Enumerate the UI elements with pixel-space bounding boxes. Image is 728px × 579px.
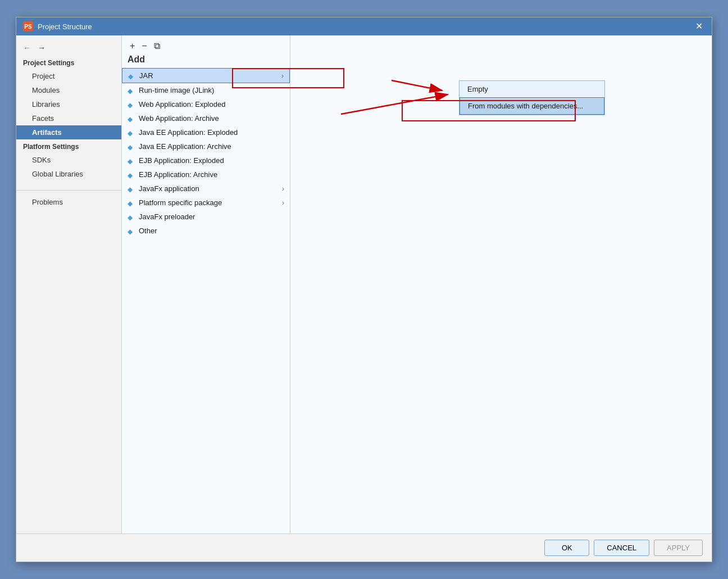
add-section-title: Add xyxy=(122,55,290,68)
menu-item-ejb-exploded[interactable]: EJB Application: Exploded xyxy=(122,153,290,168)
apply-button[interactable]: APPLY xyxy=(654,540,703,556)
menu-item-other[interactable]: Other xyxy=(122,224,290,238)
javafx-app-icon xyxy=(128,185,135,193)
menu-item-jar[interactable]: JAR › xyxy=(122,68,290,83)
remove-artifact-button[interactable]: − xyxy=(139,40,149,52)
sidebar-item-sdks[interactable]: SDKs xyxy=(16,153,121,167)
jar-icon xyxy=(128,72,136,80)
ejb-archive-label: EJB Application: Archive xyxy=(139,170,284,179)
javaee-archive-icon xyxy=(128,143,135,151)
sidebar-item-facets[interactable]: Facets xyxy=(16,111,121,125)
sidebar-item-artifacts[interactable]: Artifacts xyxy=(16,125,121,139)
bottom-bar: OK CANCEL APPLY xyxy=(16,533,712,562)
sidebar-item-libraries[interactable]: Libraries xyxy=(16,97,121,111)
other-icon xyxy=(128,227,135,235)
menu-item-javafx-preloader[interactable]: JavaFx preloader xyxy=(122,210,290,224)
runtime-image-label: Run-time image (JLink) xyxy=(139,86,284,94)
svg-line-2 xyxy=(392,80,442,91)
project-structure-dialog: PS Project Structure ✕ ← → Project Setti… xyxy=(16,17,712,562)
problems-section: Problems xyxy=(16,190,121,209)
menu-item-javaee-archive[interactable]: Java EE Application: Archive xyxy=(122,139,290,153)
jar-label: JAR xyxy=(139,71,278,80)
submenu-item-empty[interactable]: Empty xyxy=(459,81,604,97)
content-area: + − ⧉ Add JAR › Run xyxy=(122,35,712,533)
project-settings-title: Project Settings xyxy=(16,56,121,69)
web-app-exploded-label: Web Application: Exploded xyxy=(139,100,284,108)
web-app-archive-icon xyxy=(128,115,135,123)
sidebar-item-modules[interactable]: Modules xyxy=(16,83,121,97)
submenu-item-from-modules[interactable]: From modules with dependencies... xyxy=(459,97,604,115)
jar-arrow: › xyxy=(281,72,284,80)
menu-item-runtime-image[interactable]: Run-time image (JLink) xyxy=(122,83,290,97)
javafx-app-arrow: › xyxy=(282,185,284,193)
add-artifact-button[interactable]: + xyxy=(128,40,137,52)
cancel-button[interactable]: CANCEL xyxy=(594,540,649,556)
javaee-archive-label: Java EE Application: Archive xyxy=(139,142,284,151)
sidebar-item-project[interactable]: Project xyxy=(16,69,121,83)
menu-item-javafx-app[interactable]: JavaFx application › xyxy=(122,182,290,196)
javafx-app-label: JavaFx application xyxy=(139,184,279,193)
javafx-preloader-label: JavaFx preloader xyxy=(139,212,284,221)
platform-pkg-label: Platform specific package xyxy=(139,198,279,207)
content-inner: + − ⧉ Add JAR › Run xyxy=(122,35,712,533)
svg-line-1 xyxy=(341,94,448,114)
from-modules-label: From modules with dependencies... xyxy=(468,102,583,110)
jar-submenu: Empty From modules with dependencies... xyxy=(459,80,605,115)
platform-settings-title: Platform Settings xyxy=(16,139,121,153)
right-panel: Empty From modules with dependencies... xyxy=(290,35,712,533)
close-button[interactable]: ✕ xyxy=(693,21,705,32)
sidebar-item-problems[interactable]: Problems xyxy=(16,195,121,209)
menu-item-platform-pkg[interactable]: Platform specific package › xyxy=(122,196,290,210)
nav-back-row: ← → xyxy=(16,40,121,56)
sidebar-item-global-libraries[interactable]: Global Libraries xyxy=(16,167,121,181)
empty-label: Empty xyxy=(467,85,488,93)
menu-panel: + − ⧉ Add JAR › Run xyxy=(122,35,290,533)
platform-pkg-icon xyxy=(128,199,135,207)
app-icon: PS xyxy=(23,21,33,31)
menu-item-ejb-archive[interactable]: EJB Application: Archive xyxy=(122,168,290,182)
other-label: Other xyxy=(139,227,284,235)
title-bar: PS Project Structure ✕ xyxy=(16,17,712,35)
javaee-exploded-icon xyxy=(128,129,135,137)
artifact-type-list: JAR › Run-time image (JLink) Web Applica… xyxy=(122,68,290,533)
toolbar-row: + − ⧉ xyxy=(122,35,290,55)
javafx-preloader-icon xyxy=(128,213,135,221)
menu-item-javaee-exploded[interactable]: Java EE Application: Exploded xyxy=(122,125,290,139)
ejb-exploded-label: EJB Application: Exploded xyxy=(139,156,284,165)
javaee-exploded-label: Java EE Application: Exploded xyxy=(139,128,284,137)
dialog-title: Project Structure xyxy=(38,22,92,31)
platform-pkg-arrow: › xyxy=(282,199,284,207)
copy-artifact-button[interactable]: ⧉ xyxy=(152,40,162,52)
ok-button[interactable]: OK xyxy=(544,540,589,556)
web-app-exploded-icon xyxy=(128,101,135,108)
forward-button[interactable]: → xyxy=(35,42,48,53)
ejb-archive-icon xyxy=(128,171,135,179)
runtime-image-icon xyxy=(128,87,135,94)
main-content: ← → Project Settings Project Modules Lib… xyxy=(16,35,712,533)
web-app-archive-label: Web Application: Archive xyxy=(139,114,284,123)
title-bar-left: PS Project Structure xyxy=(23,21,92,31)
back-button[interactable]: ← xyxy=(21,42,33,53)
menu-item-web-app-archive[interactable]: Web Application: Archive xyxy=(122,111,290,125)
menu-item-web-app-exploded[interactable]: Web Application: Exploded xyxy=(122,97,290,111)
sidebar: ← → Project Settings Project Modules Lib… xyxy=(16,35,122,533)
ejb-exploded-icon xyxy=(128,157,135,165)
